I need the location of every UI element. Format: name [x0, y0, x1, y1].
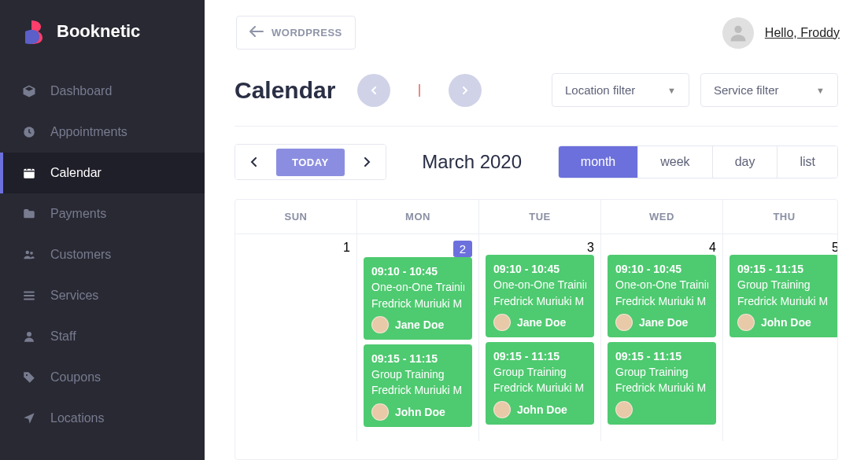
back-label: WORDPRESS: [271, 27, 342, 39]
sidebar-item-locations[interactable]: Locations: [0, 398, 205, 439]
avatar-icon: [493, 314, 511, 331]
calendar-event[interactable]: 09:15 - 11:15Group TrainingFredrick Muri…: [486, 342, 594, 425]
sidebar-item-label: Appointments: [50, 125, 127, 139]
service-filter-select[interactable]: Service filter ▼: [700, 73, 838, 107]
back-arrow-icon: [249, 26, 264, 39]
avatar-icon: [615, 314, 633, 331]
calendar-day-cell[interactable]: 309:10 - 10:45One-on-One TrainingFredric…: [479, 234, 601, 441]
sidebar-item-customers[interactable]: Customers: [0, 234, 205, 275]
clock-icon: [22, 125, 36, 139]
calendar-event[interactable]: 09:10 - 10:45One-on-One TrainingFredrick…: [364, 257, 472, 340]
sidebar-item-label: Locations: [50, 411, 105, 425]
view-tab-month[interactable]: month: [559, 146, 638, 178]
avatar-icon: [615, 401, 633, 418]
next-button[interactable]: [348, 145, 386, 179]
user-area[interactable]: Hello, Froddy: [722, 17, 840, 49]
calendar-day-cell[interactable]: 509:15 - 11:15Group TrainingFredrick Mur…: [723, 234, 838, 441]
list-icon: [22, 289, 36, 303]
event-customer-name: John Doe: [517, 402, 567, 418]
event-customer: Jane Doe: [615, 314, 708, 331]
calendar-day-cell[interactable]: 1: [235, 234, 357, 441]
event-time: 09:15 - 11:15: [737, 261, 831, 277]
event-customer: John Doe: [371, 403, 464, 421]
sidebar-item-coupons[interactable]: Coupons: [0, 357, 205, 398]
separator: [419, 84, 420, 97]
sidebar-item-label: Payments: [50, 207, 106, 221]
sidebar-item-label: Services: [50, 289, 98, 303]
location-filter-select[interactable]: Location filter ▼: [552, 73, 689, 107]
event-title: Group Training: [737, 277, 831, 293]
folder-icon: [22, 207, 36, 221]
view-tab-week[interactable]: week: [638, 146, 712, 178]
event-staff: Fredrick Muriuki M: [615, 293, 708, 309]
sidebar-item-label: Customers: [50, 248, 111, 262]
sidebar-item-label: Dashboard: [50, 84, 112, 98]
event-staff: Fredrick Muriuki M: [371, 296, 464, 311]
sidebar-item-label: Staff: [50, 329, 76, 344]
event-customer-name: Jane Doe: [395, 317, 444, 333]
day-header: MON: [357, 200, 479, 234]
svg-point-3: [30, 252, 33, 255]
calendar-icon: [22, 166, 36, 180]
svg-point-4: [27, 332, 31, 337]
location-icon: [22, 411, 36, 425]
event-customer: John Doe: [737, 314, 831, 331]
calendar-event[interactable]: 09:15 - 11:15Group TrainingFredrick Muri…: [608, 342, 716, 425]
view-tab-day[interactable]: day: [713, 146, 778, 178]
hello-user-link[interactable]: Hello, Froddy: [765, 26, 840, 40]
logo[interactable]: Booknetic: [0, 0, 205, 71]
day-number: 4: [709, 241, 716, 255]
event-title: One-on-One Training: [371, 279, 464, 295]
prev-button[interactable]: [235, 145, 273, 179]
header-row: Calendar Location filter ▼: [235, 73, 838, 127]
calendar-event[interactable]: 09:15 - 11:15Group TrainingFredrick Muri…: [364, 344, 472, 427]
day-header: SUN: [235, 200, 357, 234]
nav-list: DashboardAppointmentsCalendarPaymentsCus…: [0, 71, 205, 439]
day-header: THU: [723, 200, 838, 234]
day-header: TUE: [479, 200, 601, 234]
topbar: WORDPRESS Hello, Froddy: [205, 0, 868, 65]
box-icon: [22, 84, 36, 98]
back-to-wordpress-button[interactable]: WORDPRESS: [236, 16, 356, 50]
svg-rect-1: [24, 169, 35, 178]
day-number: 3: [587, 241, 594, 255]
next-period-button[interactable]: [449, 74, 482, 107]
calendar-day-cell[interactable]: 409:10 - 10:45One-on-One TrainingFredric…: [601, 234, 723, 441]
page-title: Calendar: [235, 77, 335, 104]
calendar-day-cell[interactable]: 209:10 - 10:45One-on-One TrainingFredric…: [357, 234, 479, 441]
view-tab-list[interactable]: list: [778, 146, 837, 178]
sidebar-item-payments[interactable]: Payments: [0, 193, 205, 234]
svg-point-2: [26, 251, 30, 255]
today-button[interactable]: TODAY: [276, 149, 345, 176]
sidebar-item-label: Coupons: [50, 370, 101, 385]
event-title: One-on-One Training: [493, 277, 586, 293]
calendar-event[interactable]: 09:15 - 11:15Group TrainingFredrick Muri…: [729, 255, 838, 337]
event-staff: Fredrick Muriuki M: [493, 380, 586, 396]
current-month-label: March 2020: [422, 151, 522, 173]
day-number: 2: [453, 241, 472, 257]
logo-icon: [22, 19, 47, 44]
view-tabs: monthweekdaylist: [558, 145, 838, 178]
sidebar-item-dashboard[interactable]: Dashboard: [0, 71, 205, 112]
user-icon: [22, 329, 36, 344]
user-avatar-icon: [722, 17, 754, 49]
today-nav-group: TODAY: [235, 144, 386, 180]
calendar-week-row: 1209:10 - 10:45One-on-One TrainingFredri…: [235, 234, 837, 441]
sidebar-item-services[interactable]: Services: [0, 275, 205, 316]
event-customer: [615, 401, 708, 418]
sidebar-item-appointments[interactable]: Appointments: [0, 112, 205, 153]
calendar-grid: SUNMONTUEWEDTHU 1209:10 - 10:45One-on-On…: [235, 199, 838, 460]
tag-icon: [22, 370, 36, 385]
calendar-event[interactable]: 09:10 - 10:45One-on-One TrainingFredrick…: [608, 255, 716, 337]
avatar-icon: [371, 403, 389, 421]
avatar-icon: [371, 316, 389, 333]
sidebar-item-staff[interactable]: Staff: [0, 316, 205, 357]
calendar-event[interactable]: 09:10 - 10:45One-on-One TrainingFredrick…: [486, 255, 594, 337]
toolbar-row: TODAY March 2020 monthweekdaylist: [235, 144, 838, 180]
sidebar-item-calendar[interactable]: Calendar: [0, 153, 205, 193]
prev-period-button[interactable]: [357, 74, 390, 107]
brand-name: Booknetic: [57, 21, 140, 42]
event-customer: Jane Doe: [371, 316, 464, 333]
event-customer: Jane Doe: [493, 314, 586, 331]
svg-point-5: [26, 374, 28, 376]
